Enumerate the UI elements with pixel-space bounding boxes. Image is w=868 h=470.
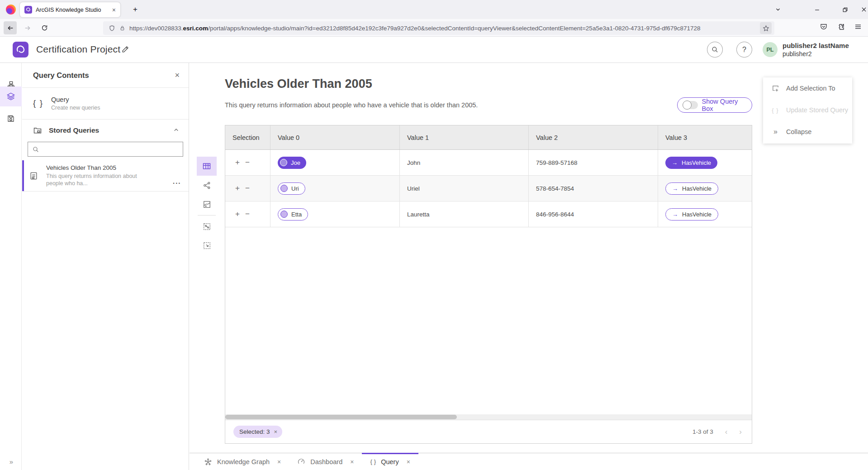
user-info[interactable]: publisher2 lastName publisher2 <box>783 42 849 58</box>
panel-close-icon[interactable]: × <box>175 71 180 80</box>
add-to-selection-button[interactable]: + <box>232 184 242 193</box>
stored-queries-search[interactable] <box>28 142 183 157</box>
user-avatar[interactable]: PL <box>763 42 778 57</box>
menu-item-add-selection-to[interactable]: Add Selection To <box>763 77 852 99</box>
tab-close-icon[interactable]: × <box>277 458 281 465</box>
app-header: Certification Project ? PL publisher2 la… <box>0 37 868 63</box>
entity-icon <box>280 211 288 218</box>
stored-query-item[interactable]: Vehicles Older Than 2005 This query retu… <box>22 160 189 192</box>
layers-icon <box>6 92 15 101</box>
menu-item-update-stored-query[interactable]: { } Update Stored Query <box>763 99 852 121</box>
link-chart-view-button[interactable] <box>197 176 217 195</box>
forward-button[interactable] <box>21 21 34 34</box>
column-header-value3[interactable]: Value 3 <box>658 125 752 149</box>
search-input[interactable] <box>43 146 179 153</box>
add-to-link-chart-button[interactable] <box>197 217 217 236</box>
relationship-pill[interactable]: →HasVehicle <box>665 182 718 195</box>
previous-page-icon[interactable]: ‹ <box>725 427 728 436</box>
column-header-value2[interactable]: Value 2 <box>529 125 658 149</box>
collapse-icon: » <box>771 128 779 136</box>
search-button[interactable] <box>707 42 723 58</box>
tab-close-icon[interactable]: × <box>112 6 116 14</box>
url-text[interactable]: https://dev0028833.esri.com/portal/apps/… <box>129 25 756 32</box>
query-result-title: Vehicles Older Than 2005 <box>225 77 372 91</box>
search-icon <box>711 46 719 53</box>
tab-knowledge-graph[interactable]: Knowledge Graph × <box>196 453 289 470</box>
table-view-button[interactable] <box>197 157 217 176</box>
relationship-pill[interactable]: →HasVehicle <box>665 208 718 221</box>
table-header: Selection Value 0 Value 1 Value 2 Value … <box>225 125 752 150</box>
cell-value: 846-956-8644 <box>536 211 574 218</box>
query-result-description: This query returns information about peo… <box>225 101 478 109</box>
browser-tabstrip: ArcGIS Knowledge Studio × + <box>0 0 868 19</box>
contents-button[interactable] <box>0 86 22 106</box>
entity-pill[interactable]: Joe <box>278 157 306 169</box>
back-button[interactable] <box>4 21 17 34</box>
remove-from-selection-button[interactable]: − <box>242 158 252 167</box>
selected-count-chip[interactable]: Selected: 3 × <box>233 426 282 438</box>
tab-close-icon[interactable]: × <box>407 458 410 465</box>
pagination-label: 1-3 of 3 <box>693 428 713 435</box>
item-options-icon[interactable]: ••• <box>173 181 181 186</box>
firefox-logo-icon[interactable] <box>6 5 16 14</box>
cell-value: Uriel <box>407 185 420 192</box>
hamburger-menu-icon[interactable] <box>854 23 862 31</box>
edit-project-title-icon[interactable] <box>121 45 130 53</box>
window-restore-button[interactable] <box>836 0 854 19</box>
panel-title: Query Contents <box>33 71 175 80</box>
table-row: + − Uri Uriel 578-654-7854 →HasVehicle <box>225 176 752 201</box>
save-button[interactable] <box>0 109 22 129</box>
window-close-button[interactable] <box>855 0 868 19</box>
arrow-right-icon: → <box>672 211 678 218</box>
new-query-item[interactable]: { } Query Create new queries <box>22 88 189 120</box>
selected-count-label: Selected: 3 <box>239 428 270 435</box>
column-header-selection[interactable]: Selection <box>225 125 270 149</box>
arcgis-favicon-icon <box>24 6 32 14</box>
arrow-right-icon: → <box>672 159 678 166</box>
next-page-icon[interactable]: › <box>739 427 742 436</box>
map-view-button[interactable] <box>197 195 217 214</box>
link-chart-icon <box>203 181 211 190</box>
entity-pill[interactable]: Etta <box>278 208 308 221</box>
clear-selection-icon[interactable]: × <box>274 428 278 435</box>
selection-tool-button[interactable] <box>197 236 217 255</box>
tab-dashboard[interactable]: Dashboard × <box>289 453 362 470</box>
pocket-icon[interactable] <box>820 23 828 31</box>
entity-pill[interactable]: Uri <box>278 182 305 195</box>
toggle-track[interactable] <box>683 101 698 109</box>
bookmark-star-icon[interactable] <box>760 22 772 34</box>
tracking-shield-icon[interactable] <box>109 25 115 32</box>
remove-from-selection-button[interactable]: − <box>242 184 252 193</box>
help-button[interactable]: ? <box>736 42 752 58</box>
table-empty-area <box>225 227 752 414</box>
column-header-value1[interactable]: Value 1 <box>400 125 529 149</box>
column-header-value0[interactable]: Value 0 <box>270 125 400 149</box>
expand-rail-icon[interactable]: » <box>0 455 22 468</box>
stored-queries-header[interactable]: Stored Queries <box>22 120 189 141</box>
url-bar[interactable]: https://dev0028833.esri.com/portal/apps/… <box>103 21 774 35</box>
add-to-selection-button[interactable]: + <box>232 210 242 219</box>
window-minimize-button[interactable] <box>808 0 826 19</box>
reload-button[interactable] <box>38 21 51 34</box>
horizontal-scrollbar[interactable] <box>225 414 752 420</box>
browser-tab[interactable]: ArcGIS Knowledge Studio × <box>20 2 120 17</box>
tab-close-icon[interactable]: × <box>350 458 354 465</box>
result-view-toolbar <box>197 157 217 255</box>
content-tab-bar: Knowledge Graph × Dashboard × { } Query … <box>190 453 868 470</box>
braces-icon: { } <box>370 458 376 465</box>
show-query-box-toggle[interactable]: Show Query Box <box>677 97 752 113</box>
add-to-selection-button[interactable]: + <box>232 158 242 167</box>
relationship-pill[interactable]: →HasVehicle <box>665 157 717 169</box>
browser-tab-title: ArcGIS Knowledge Studio <box>36 7 109 13</box>
menu-item-collapse[interactable]: » Collapse <box>763 121 852 143</box>
extensions-puzzle-icon[interactable] <box>837 23 845 31</box>
cell-value: Lauretta <box>407 211 430 218</box>
remove-from-selection-button[interactable]: − <box>242 210 252 219</box>
tab-query[interactable]: { } Query × <box>362 453 418 470</box>
tab-list-dropdown-icon[interactable] <box>769 0 787 19</box>
new-tab-button[interactable]: + <box>129 4 141 15</box>
entity-icon <box>280 185 288 192</box>
chevron-up-icon[interactable] <box>173 127 180 134</box>
scrollbar-thumb[interactable] <box>225 415 457 419</box>
lock-icon[interactable] <box>119 25 125 31</box>
